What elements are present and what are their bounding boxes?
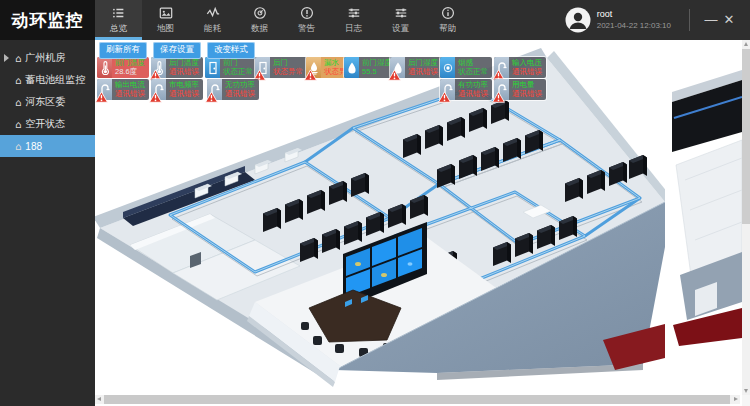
warning-icon <box>438 89 451 101</box>
list-icon <box>112 6 126 20</box>
sidebar-item-label: 蓄电池组监控 <box>25 73 85 87</box>
tab-label: 警告 <box>298 23 315 35</box>
gauge-icon <box>253 6 267 20</box>
leak-icon <box>306 57 321 78</box>
minimize-button[interactable]: — <box>702 0 720 40</box>
tab-label: 地图 <box>157 23 174 35</box>
sensor-badge-有功功率[interactable]: 有功功率通讯错误 <box>440 79 492 100</box>
app-title: 动环监控 <box>0 0 95 40</box>
timestamp: 2021-04-22 12:03:10 <box>597 21 671 31</box>
sensor-badge-前门[interactable]: 前门状态正常 <box>205 57 257 78</box>
warning-icon <box>205 89 218 101</box>
badge-value: 通讯错误 <box>512 68 545 77</box>
main-view: 刷新所有保存设置改变样式 前门温度28.6度后门温度通讯错误前门状态正常后门状态… <box>95 40 750 406</box>
sidebar-item-188[interactable]: ⌂188 <box>0 135 95 157</box>
sensor-badge-后门[interactable]: 后门状态异常 <box>255 57 307 78</box>
badge-value: 状态异常 <box>273 68 306 77</box>
warning-icon <box>149 89 162 101</box>
tab-能耗[interactable]: 能耗 <box>189 0 236 40</box>
energy-icon <box>206 6 220 20</box>
sensor-badge-用电量[interactable]: 用电量通讯错误 <box>494 79 546 100</box>
tab-数据[interactable]: 数据 <box>236 0 283 40</box>
badge-value: 状态正常 <box>223 68 256 77</box>
tab-帮助[interactable]: 帮助 <box>424 0 471 40</box>
warning-icon <box>95 89 108 101</box>
scroll-up-arrow-icon[interactable] <box>744 42 748 46</box>
sensor-badge-无功功率[interactable]: 无功功率通讯错误 <box>207 79 259 100</box>
sidebar: ⌂广州机房⌂蓄电池组监控⌂河东区委⌂空开状态⌂188 <box>0 40 95 406</box>
tab-label: 能耗 <box>204 23 221 35</box>
smoke-icon <box>440 57 455 78</box>
door-icon <box>255 57 270 78</box>
warning-icon <box>304 67 317 79</box>
tab-label: 总览 <box>110 23 127 35</box>
horizontal-scroll-thumb[interactable] <box>104 395 730 404</box>
sensor-badge-输入电压[interactable]: 输入电压通讯错误 <box>494 57 546 78</box>
toolbar-button-刷新所有[interactable]: 刷新所有 <box>99 42 147 59</box>
user-icon <box>565 7 591 33</box>
sidebar-item-蓄电池组监控[interactable]: ⌂蓄电池组监控 <box>0 69 95 91</box>
badge-value: 通讯错误 <box>169 68 202 77</box>
tab-label: 帮助 <box>439 23 456 35</box>
sidebar-item-广州机房[interactable]: ⌂广州机房 <box>0 47 95 69</box>
warning-icon <box>253 67 266 79</box>
thermometer-icon <box>97 57 112 78</box>
vertical-scroll-thumb[interactable] <box>742 49 750 224</box>
sidebar-item-label: 188 <box>25 141 42 152</box>
home-icon: ⌂ <box>15 75 21 86</box>
sensor-badge-前门温度[interactable]: 前门温度28.6度 <box>97 57 149 78</box>
horizontal-scrollbar[interactable] <box>95 395 740 404</box>
sensor-badge-烟感[interactable]: 烟感状态正常 <box>440 57 492 78</box>
tab-label: 设置 <box>392 23 409 35</box>
thermometer-icon <box>151 57 166 78</box>
scrollbar-corner <box>742 395 750 406</box>
tab-总览[interactable]: 总览 <box>95 0 142 40</box>
alert-icon <box>300 6 314 20</box>
toolbar-button-保存设置[interactable]: 保存设置 <box>153 42 201 59</box>
droplet-icon <box>390 57 405 78</box>
sensor-icon <box>440 79 455 100</box>
close-button[interactable]: ✕ <box>720 0 738 40</box>
sensor-icon <box>494 79 509 100</box>
scroll-left-arrow-icon[interactable] <box>97 397 101 401</box>
tab-label: 日志 <box>345 23 362 35</box>
sensor-icon <box>207 79 222 100</box>
home-icon: ⌂ <box>15 53 21 64</box>
user-name: root <box>597 9 671 20</box>
sensor-icon <box>151 79 166 100</box>
sensor-badge-输出电流[interactable]: 输出电流通讯错误 <box>97 79 149 100</box>
sensor-icon <box>494 57 509 78</box>
toolbar-button-改变样式[interactable]: 改变样式 <box>207 42 255 59</box>
map-icon <box>159 6 173 20</box>
sidebar-item-label: 空开状态 <box>25 117 65 131</box>
sidebar-item-空开状态[interactable]: ⌂空开状态 <box>0 113 95 135</box>
settings-icon <box>394 6 408 20</box>
badge-value: 通讯错误 <box>512 90 545 99</box>
sidebar-item-label: 广州机房 <box>25 51 65 65</box>
tab-警告[interactable]: 警告 <box>283 0 330 40</box>
sensor-badge-后门温度[interactable]: 后门温度通讯错误 <box>151 57 203 78</box>
app-window: 动环监控 总览地图能耗数据警告日志设置帮助 root 2021-04-22 12… <box>0 0 750 406</box>
sidebar-item-河东区委[interactable]: ⌂河东区委 <box>0 91 95 113</box>
tab-日志[interactable]: 日志 <box>330 0 377 40</box>
sensor-icon <box>97 79 112 100</box>
tab-地图[interactable]: 地图 <box>142 0 189 40</box>
badge-value: 通讯错误 <box>169 90 202 99</box>
scroll-right-arrow-icon[interactable] <box>734 397 738 401</box>
sensor-badge-市电频率[interactable]: 市电频率通讯错误 <box>151 79 203 100</box>
vertical-scrollbar[interactable] <box>742 40 750 395</box>
home-icon: ⌂ <box>15 97 21 108</box>
badge-value: 通讯错误 <box>115 90 148 99</box>
user-avatar[interactable] <box>565 7 591 33</box>
expander-icon[interactable] <box>4 54 9 62</box>
badge-value: 28.6度 <box>115 68 148 77</box>
scroll-down-arrow-icon[interactable] <box>744 389 748 393</box>
door-icon <box>205 57 220 78</box>
topbar-right: root 2021-04-22 12:03:10 — ✕ <box>565 0 750 40</box>
tab-label: 数据 <box>251 23 268 35</box>
tab-设置[interactable]: 设置 <box>377 0 424 40</box>
badge-value: 通讯错误 <box>408 68 441 77</box>
badge-value: 通讯错误 <box>458 90 491 99</box>
sensor-badge-后门湿度[interactable]: 后门湿度通讯错误 <box>390 57 442 78</box>
warning-icon <box>492 67 505 79</box>
